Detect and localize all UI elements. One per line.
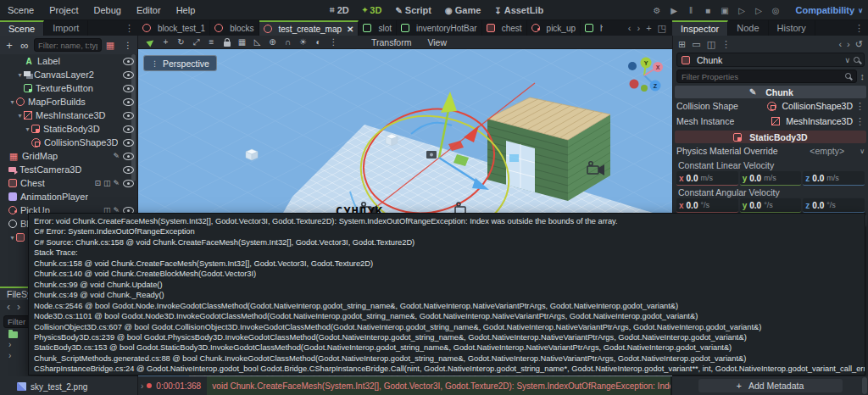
viewport-tool-icon[interactable]: ⊕ — [265, 36, 280, 48]
viewport-tool-icon[interactable]: ⤢ — [189, 36, 203, 48]
viewport-tool-icon[interactable] — [143, 36, 158, 48]
property-menu-icon[interactable]: ⋮ — [855, 101, 865, 112]
scene-tab[interactable]: inventoryHotBar ✕ — [397, 20, 482, 36]
visibility-eye-icon[interactable] — [123, 58, 134, 65]
scene-tab[interactable]: blocks ✕ — [210, 20, 259, 36]
visibility-eye-icon[interactable] — [123, 85, 134, 92]
expand-viewport-icon[interactable]: ◳ — [658, 23, 666, 34]
physics-material-dropdown[interactable]: <empty> ∨ — [810, 146, 865, 156]
viewport-tool-icon[interactable]: ⋮ — [326, 36, 341, 48]
scene-filter-input[interactable] — [34, 38, 102, 52]
transform-menu[interactable]: Transform — [364, 37, 419, 47]
tree-row[interactable]: ▾ CollisionShape3D ⊡ ◫ ✎ — [0, 136, 137, 149]
inspector-tool-icon[interactable]: ⋮ — [721, 39, 731, 50]
add-scene-icon[interactable]: + — [646, 23, 651, 33]
tree-row[interactable]: ▾ GridMap ⊡ ◫ ✎ — [0, 149, 137, 163]
tree-menu-icon[interactable]: ⋮ — [122, 41, 134, 50]
viewport-tool-icon[interactable]: ∩ — [281, 36, 295, 48]
visibility-eye-icon[interactable] — [123, 98, 134, 106]
visibility-eye-icon[interactable] — [123, 125, 134, 133]
tree-row[interactable]: ▾ MapForBuilds ⊡ ◫ ✎ — [0, 95, 137, 108]
visibility-eye-icon[interactable] — [123, 71, 134, 79]
viewport-tool-icon[interactable]: + — [159, 36, 173, 48]
playback-icon[interactable]: ■ — [700, 6, 715, 15]
visibility-eye-icon[interactable] — [123, 153, 134, 160]
playback-icon[interactable]: ▷ — [751, 6, 766, 15]
workspace-button[interactable]: ◉ Game — [440, 5, 486, 15]
scene-tab[interactable]: test_create_map ✕ — [259, 20, 359, 36]
scene-tab[interactable]: hot_bar_inventory ✕ — [581, 20, 603, 36]
tree-row[interactable]: ▾ AnimationPlayer ⊡ ◫ ✎ — [0, 190, 137, 203]
tabs-next-icon[interactable]: › — [637, 23, 640, 33]
tree-row[interactable]: ▾ Label ⊡ ◫ ✎ — [0, 54, 137, 68]
vector-field[interactable]: z0.0°/s — [803, 198, 865, 213]
filesystem-file-row[interactable]: sky_test_2.png — [0, 376, 138, 395]
collapse-arrow-icon[interactable]: ▾ — [16, 112, 24, 120]
tree-row[interactable]: ▾ StaticBody3D ⊡ ◫ ✎ — [0, 122, 137, 136]
add-node-button[interactable]: + — [3, 39, 15, 52]
inspector-tool-icon[interactable]: ▭ — [692, 39, 700, 50]
search-docs-icon[interactable] — [854, 57, 860, 63]
fs-forward-icon[interactable]: › — [17, 301, 20, 313]
dock-menu-icon[interactable]: ⋮ — [120, 20, 138, 36]
property-value[interactable]: MeshInstance3D — [771, 116, 853, 126]
viewport-tool-icon[interactable]: ◐ — [311, 36, 326, 48]
history-forward-icon[interactable]: › — [847, 39, 850, 49]
view-menu[interactable]: View — [420, 37, 454, 47]
tree-row[interactable]: ▾ TestCamera3D ⊡ ◫ ✎ — [0, 163, 137, 176]
category-chunk[interactable]: Chunk — [675, 86, 866, 98]
property-menu-icon[interactable]: ⋮ — [855, 116, 865, 127]
tab-node[interactable]: Node — [728, 20, 768, 36]
history-back-icon[interactable]: ‹ — [838, 39, 842, 49]
viewport-tool-icon[interactable]: ◺ — [250, 36, 264, 48]
tree-row[interactable]: ▾ CanvasLayer2 ⊡ ◫ ✎ — [0, 68, 137, 81]
menu-item[interactable]: Editor — [129, 5, 169, 15]
fs-expander-icon[interactable]: › — [8, 351, 11, 360]
inspector-tool-icon[interactable]: ◫ — [707, 39, 715, 50]
instance-scene-button[interactable]: ∞ — [19, 39, 31, 52]
playback-icon[interactable]: ▶ — [666, 6, 682, 15]
visibility-eye-icon[interactable] — [123, 139, 134, 147]
workspace-button[interactable]: ✎ Script — [390, 5, 437, 15]
attach-script-button[interactable] — [105, 40, 115, 50]
vector-field[interactable]: x0.0m/s — [676, 171, 738, 186]
visibility-eye-icon[interactable] — [123, 180, 134, 187]
tabs-prev-icon[interactable]: ‹ — [628, 23, 632, 33]
tab-import[interactable]: Import — [44, 20, 88, 36]
open-scene-icon[interactable]: ◫ — [103, 179, 111, 187]
tab-history[interactable]: History — [769, 20, 815, 36]
workspace-button[interactable]: ⌗ 2D — [325, 5, 354, 15]
collapse-arrow-icon[interactable]: ▾ — [16, 71, 24, 79]
debugger-error-row[interactable]: › 0:00:01:368 void Chunk.CreateFaceMesh(… — [138, 376, 672, 395]
scene-tab[interactable]: chest ✕ — [482, 20, 527, 36]
close-icon[interactable]: ✕ — [347, 25, 353, 34]
editable-children-icon[interactable]: ⊡ — [94, 179, 101, 187]
node-selector[interactable]: Chunk ∨ — [676, 53, 865, 67]
fs-back-icon[interactable]: ‹ — [7, 301, 10, 313]
perspective-button[interactable]: ⋮ Perspective — [143, 55, 217, 71]
workspace-button[interactable]: ↧ AssetLib — [489, 5, 548, 15]
debugger-scrollbar[interactable] — [862, 377, 867, 394]
script-icon[interactable]: ✎ — [113, 152, 120, 160]
fs-expander-icon[interactable]: › — [8, 340, 11, 349]
collapse-arrow-icon[interactable]: ▾ — [8, 98, 16, 106]
tab-scene[interactable]: Scene — [0, 20, 44, 36]
vector-field[interactable]: z0.0m/s — [803, 171, 865, 186]
tree-row[interactable]: ▾ Chest ⊡ ◫ ✎ — [0, 176, 137, 190]
collapse-arrow-icon[interactable]: ▾ — [24, 125, 31, 133]
tree-row[interactable]: ▾ MeshInstance3D ⊡ ◫ ✎ — [0, 108, 137, 122]
menu-item[interactable]: Scene — [0, 5, 42, 15]
inspector-tool-icon[interactable]: ⊞ — [678, 39, 686, 50]
viewport-tool-icon[interactable]: ↻ — [174, 36, 188, 48]
playback-icon[interactable]: ▣ — [717, 6, 732, 15]
vector-field[interactable]: y0.0m/s — [740, 171, 802, 186]
visibility-eye-icon[interactable] — [123, 112, 134, 120]
viewport-tool-icon[interactable] — [220, 36, 234, 48]
scene-tab[interactable]: slot ✕ — [359, 20, 397, 36]
collapse-arrow-icon[interactable]: ▾ — [8, 234, 16, 242]
scene-tab[interactable]: block_test_1 ✕ — [138, 20, 210, 36]
vector-field[interactable]: y0.0°/s — [740, 198, 802, 213]
filter-properties-input[interactable] — [676, 70, 857, 83]
playback-icon[interactable]: ▷ — [734, 6, 749, 15]
menu-item[interactable]: Help — [169, 5, 203, 15]
